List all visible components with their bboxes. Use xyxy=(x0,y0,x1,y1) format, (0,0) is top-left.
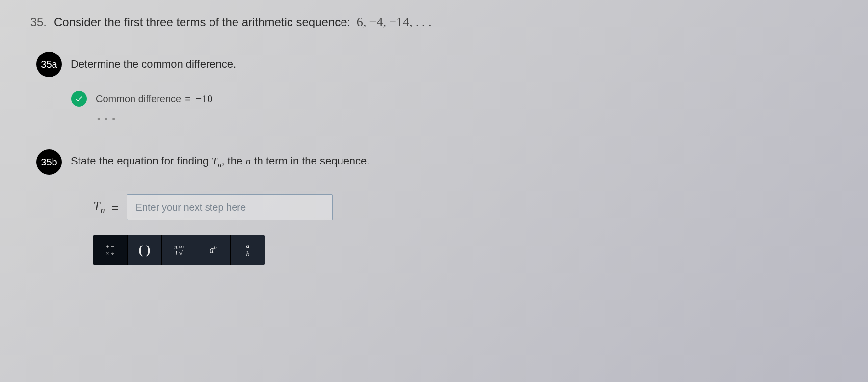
constants-button[interactable]: π ∞ ! √ xyxy=(162,235,196,265)
sequence-display: 6, −4, −14, . . . xyxy=(357,15,432,29)
part-b-badge: 35b xyxy=(36,149,62,175)
question-number: 35. xyxy=(25,15,54,29)
operators-button[interactable]: + − × ÷ xyxy=(93,235,128,265)
answer-value: −10 xyxy=(196,92,212,105)
equals-sign: = xyxy=(185,93,191,105)
more-options[interactable]: • • • xyxy=(97,114,868,125)
check-icon xyxy=(71,91,87,107)
part-a-badge: 35a xyxy=(36,52,62,77)
input-variable-label: Tn xyxy=(93,199,105,216)
fraction-button[interactable]: a b xyxy=(231,235,265,265)
part-a-prompt: Determine the common difference. xyxy=(71,58,236,71)
exponent-button[interactable]: ab xyxy=(196,235,231,265)
answer-label: Common difference xyxy=(96,93,181,105)
part-b-prompt: State the equation for finding Tn, the n… xyxy=(71,155,369,169)
step-input[interactable] xyxy=(127,194,333,220)
parentheses-button[interactable]: ( ) xyxy=(128,235,162,265)
question-prompt: Consider the first three terms of the ar… xyxy=(54,15,350,28)
math-toolbar: + − × ÷ ( ) π ∞ ! √ ab a b xyxy=(93,235,265,265)
input-equals: = xyxy=(112,201,119,215)
